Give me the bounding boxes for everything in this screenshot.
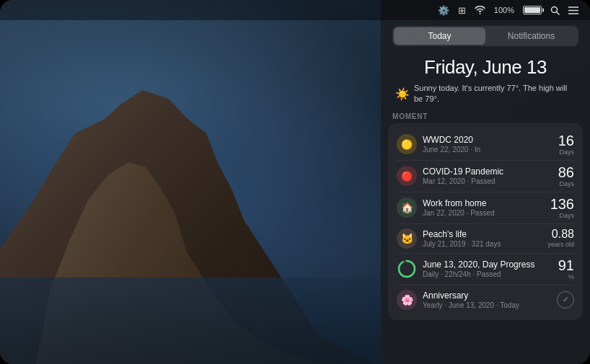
svg-point-6 — [399, 261, 415, 277]
water-shape — [0, 278, 404, 364]
peach-title: Peach's life — [423, 229, 542, 239]
list-item: 🌸 Anniversary Yearly · June 13, 2020 · T… — [397, 285, 574, 314]
svg-line-1 — [557, 12, 560, 14]
wfh-icon: 🏠 — [397, 197, 417, 218]
progress-title: June 13, 2020, Day Progress — [423, 259, 552, 270]
anniversary-title: Anniversary — [423, 290, 551, 301]
screen-icon[interactable]: ⊞ — [458, 5, 466, 16]
anniversary-value: ✓ — [557, 291, 574, 308]
wwdc-title: WWDC 2020 — [423, 135, 552, 145]
wwdc-sub: June 22, 2020 · In — [423, 146, 552, 154]
wwdc-icon: 🟡 — [397, 134, 417, 154]
tab-today[interactable]: Today — [394, 27, 485, 45]
panel-tabs: Today Notifications — [392, 26, 578, 46]
battery-percent: 100% — [494, 6, 514, 14]
covid-sub: Mar 12, 2020 · Passed — [423, 177, 552, 185]
anniversary-sub: Yearly · June 13, 2020 · Today — [423, 301, 551, 309]
notification-panel: Today Notifications Friday, June 13 ☀️ S… — [381, 0, 590, 364]
peach-icon: 🐱 — [397, 228, 417, 249]
list-item: 🔴 COVID-19 Pandemic Mar 12, 2020 · Passe… — [397, 161, 574, 192]
covid-info: COVID-19 Pandemic Mar 12, 2020 · Passed — [423, 167, 552, 185]
search-icon[interactable] — [550, 6, 560, 15]
wifi-icon[interactable] — [475, 6, 485, 14]
wfh-value: 136 Days — [550, 197, 574, 219]
anniversary-info: Anniversary Yearly · June 13, 2020 · Tod… — [423, 290, 551, 309]
wfh-sub: Jan 22, 2020 · Passed — [423, 209, 545, 217]
covid-value: 86 Days — [558, 165, 574, 187]
list-item: 🐱 Peach's life July 21, 2019 · 321 days … — [397, 224, 574, 254]
moment-widget: 🟡 WWDC 2020 June 22, 2020 · In 16 Days 🔴… — [388, 123, 583, 320]
anniversary-icon: 🌸 — [397, 290, 417, 310]
wfh-info: Work from home Jan 22, 2020 · Passed — [423, 198, 545, 217]
covid-title: COVID-19 Pandemic — [423, 167, 552, 177]
progress-circle-icon — [397, 259, 417, 279]
tab-notifications[interactable]: Notifications — [485, 27, 577, 45]
weather-icon: ☀️ — [395, 87, 410, 101]
wwdc-info: WWDC 2020 June 22, 2020 · In — [423, 135, 552, 154]
progress-value: 91 % — [558, 258, 574, 280]
list-item: 🟡 WWDC 2020 June 22, 2020 · In 16 Days — [397, 129, 574, 161]
battery-icon[interactable] — [523, 6, 542, 14]
weather-text: Sunny today. It's currently 77°. The hig… — [414, 83, 576, 105]
peach-value: 0.88 years old — [547, 228, 574, 248]
peach-sub: July 21, 2019 · 321 days — [423, 240, 542, 248]
wwdc-value: 16 Days — [558, 133, 574, 156]
settings-icon[interactable]: ⚙️ — [438, 5, 449, 16]
list-item: June 13, 2020, Day Progress Daily · 22h/… — [397, 254, 574, 285]
progress-sub: Daily · 22h/24h · Passed — [423, 270, 552, 278]
wfh-title: Work from home — [423, 198, 545, 208]
check-icon: ✓ — [557, 291, 574, 308]
panel-date: Friday, June 13 — [381, 56, 590, 79]
screen: ⚙️ ⊞ 100% — [0, 0, 590, 364]
section-label: MOMENT — [381, 112, 590, 123]
list-item: 🏠 Work from home Jan 22, 2020 · Passed 1… — [397, 192, 574, 224]
weather-row: ☀️ Sunny today. It's currently 77°. The … — [381, 83, 590, 105]
menu-list-icon[interactable] — [568, 6, 578, 14]
menu-bar: ⚙️ ⊞ 100% — [0, 0, 590, 20]
covid-icon: 🔴 — [397, 166, 417, 186]
progress-info: June 13, 2020, Day Progress Daily · 22h/… — [423, 259, 552, 278]
peach-info: Peach's life July 21, 2019 · 321 days — [423, 229, 542, 248]
